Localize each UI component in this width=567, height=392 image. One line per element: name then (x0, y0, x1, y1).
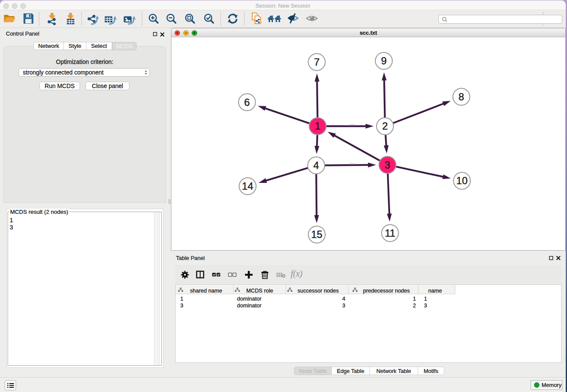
svg-text:4: 4 (314, 160, 319, 171)
svg-text:11: 11 (385, 227, 395, 239)
svg-text:8: 8 (459, 91, 464, 102)
svg-text:14: 14 (242, 180, 253, 192)
svg-text:15: 15 (311, 229, 322, 240)
svg-text:6: 6 (244, 97, 250, 108)
svg-text:10: 10 (456, 175, 468, 186)
svg-text:1: 1 (315, 120, 320, 132)
svg-text:7: 7 (314, 56, 319, 68)
svg-text:2: 2 (382, 120, 388, 132)
svg-text:9: 9 (381, 55, 386, 66)
svg-text:3: 3 (385, 159, 390, 171)
